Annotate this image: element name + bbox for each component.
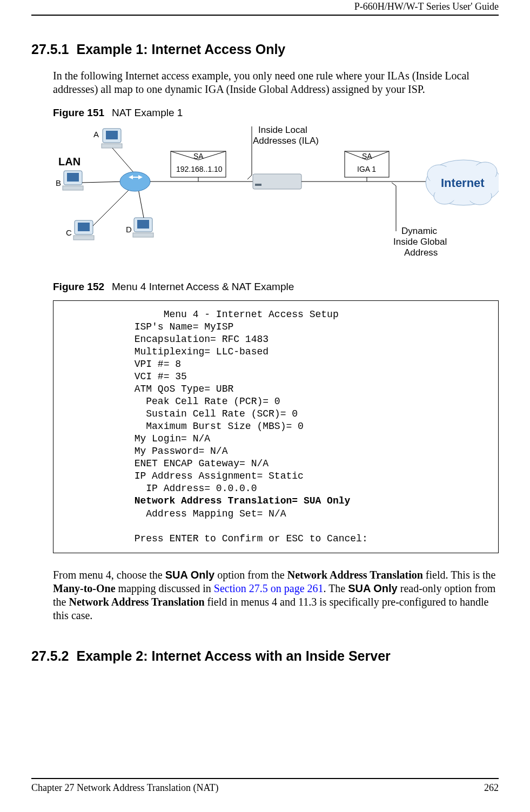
heading-title: Example 1: Internet Access Only (77, 42, 286, 57)
page-footer: Chapter 27 Network Address Translation (… (31, 778, 499, 794)
p2-sua: SUA Only (165, 569, 215, 581)
lan-label: LAN (58, 156, 80, 167)
sa-box-1: SA 192.168..1.10 (171, 151, 226, 177)
heading-number: 27.5.2 (31, 648, 69, 664)
t-ipaddr: IP Address= 0.0.0.0 (146, 483, 257, 494)
pc-b-label: B (56, 178, 61, 187)
dyn-text-3: Address (404, 247, 438, 258)
p2-m2o: Many-to-One (53, 582, 116, 594)
p2-t2: option from the (214, 569, 287, 581)
figure-151-caption: Figure 151NAT Example 1 (53, 107, 499, 119)
dyn-text-1: Dynamic (401, 226, 438, 236)
footer-page-number: 262 (484, 782, 499, 794)
t-mbs: Maximum Burst Size (MBS)= 0 (146, 421, 304, 432)
t-mapset: Address Mapping Set= N/A (146, 508, 286, 519)
svg-line-20 (247, 175, 252, 179)
heading-title: Example 2: Internet Access with an Insid… (77, 648, 391, 663)
t-qos: ATM QoS Type= UBR (135, 384, 234, 394)
t-login: My Login= N/A (135, 433, 210, 444)
running-header: P-660H/HW/W-T Series User' Guide (31, 1, 499, 12)
t-vpi: VPI #= 8 (135, 359, 181, 370)
t-line (64, 309, 164, 320)
p2-natfield: Network Address Translation (287, 569, 423, 581)
footer-rule (31, 778, 499, 779)
figure-152-caption: Figure 152Menu 4 Internet Access & NAT E… (53, 281, 499, 293)
p2-t5: . The (324, 582, 348, 594)
t-enet: ENET ENCAP Gateway= N/A (135, 458, 269, 469)
heading-27-5-2: 27.5.2Example 2: Internet Access with an… (31, 648, 499, 664)
p2-t4: mapping discussed in (116, 582, 214, 594)
pc-d-label: D (126, 225, 132, 234)
menu4-terminal: Menu 4 - Internet Access Setup ISP's Nam… (53, 300, 499, 553)
figure-151-diagram: LAN A B C (53, 123, 499, 269)
p2-sua2: SUA Only (348, 582, 398, 594)
gateway-icon (253, 174, 301, 189)
svg-rect-1 (106, 131, 118, 139)
pc-b-icon (63, 171, 83, 190)
header-rule (31, 15, 499, 16)
svg-rect-5 (67, 173, 79, 182)
sa2-label: SA (362, 152, 372, 160)
internet-label: Internet (441, 176, 485, 190)
sa1-ip: 192.168..1.10 (176, 165, 223, 173)
pc-c-label: C (66, 228, 72, 237)
t-mux: Multiplexing= LLC-based (135, 346, 269, 357)
pc-c-icon (73, 220, 94, 240)
t-pass: My Password= N/A (135, 446, 228, 457)
t-press: Press ENTER to Confirm or ESC to Cancel: (135, 533, 368, 544)
t-ipassign: IP Address Assignment= Static (135, 471, 304, 481)
t-title: Menu 4 - Internet Access Setup (164, 309, 339, 320)
t-encap: Encapsulation= RFC 1483 (135, 334, 269, 345)
p2-t3: field. This is the (423, 569, 496, 581)
sa2-sub: IGA 1 (357, 165, 376, 173)
svg-rect-13 (137, 220, 149, 229)
t-pcr: Peak Cell Rate (PCR)= 0 (146, 396, 280, 407)
page: P-660H/HW/W-T Series User' Guide 27.5.1E… (0, 0, 530, 812)
svg-line-15 (138, 189, 144, 218)
router-icon (120, 172, 150, 191)
ila-text-2: Addresses (ILA) (253, 136, 319, 146)
pc-a-label: A (93, 130, 99, 139)
svg-line-7 (82, 182, 126, 183)
figure-caption-text: NAT Example 1 (112, 107, 183, 118)
svg-rect-10 (73, 236, 94, 240)
svg-rect-6 (63, 186, 83, 190)
section-link[interactable]: Section 27.5 on page 261 (214, 582, 324, 594)
p2-t1: From menu 4, choose the (53, 569, 165, 581)
svg-rect-2 (102, 144, 122, 148)
figure-label: Figure 151 (53, 107, 104, 118)
svg-line-3 (112, 148, 134, 173)
t-nat: Network Address Translation= SUA Only (135, 495, 351, 506)
sa-box-2: SA IGA 1 (345, 151, 389, 177)
pc-d-icon (133, 218, 153, 237)
svg-rect-14 (133, 233, 153, 237)
t-scr: Sustain Cell Rate (SCR)= 0 (146, 408, 298, 419)
svg-line-11 (93, 189, 130, 226)
svg-line-32 (392, 183, 396, 186)
pc-a-icon (102, 129, 122, 148)
post-terminal-paragraph: From menu 4, choose the SUA Only option … (53, 568, 499, 622)
t-vci: VCI #= 35 (135, 371, 187, 382)
ila-text-1: Inside Local (258, 125, 307, 135)
sa1-label: SA (193, 152, 204, 160)
heading-number: 27.5.1 (31, 42, 69, 57)
t-isp: ISP's Name= MyISP (135, 321, 234, 332)
footer-chapter: Chapter 27 Network Address Translation (… (31, 782, 218, 794)
svg-rect-9 (78, 223, 90, 231)
figure-caption-text: Menu 4 Internet Access & NAT Example (112, 281, 294, 292)
dyn-text-2: Inside Global (393, 237, 447, 247)
p2-natfield2: Network Address Translation (69, 596, 204, 608)
svg-rect-21 (255, 184, 261, 186)
intro-paragraph: In the following Internet access example… (53, 69, 499, 96)
figure-label: Figure 152 (53, 281, 104, 292)
heading-27-5-1: 27.5.1Example 1: Internet Access Only (31, 42, 499, 57)
